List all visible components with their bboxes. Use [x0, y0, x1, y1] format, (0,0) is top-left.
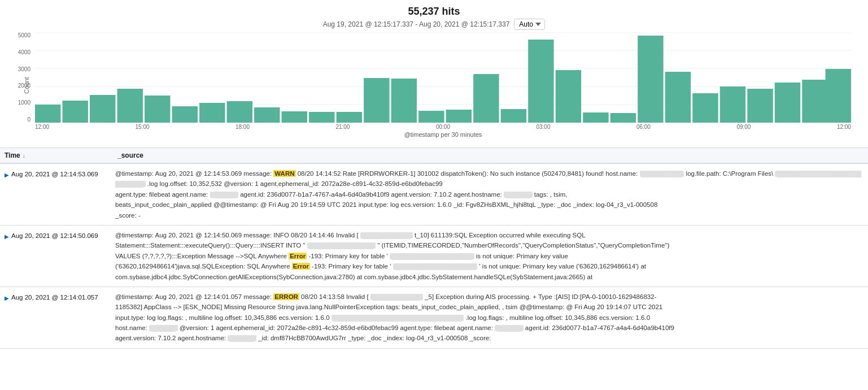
svg-rect-12	[199, 103, 225, 123]
svg-rect-11	[172, 106, 198, 123]
time-column-header[interactable]: Time ↓	[5, 151, 117, 159]
expand-icon-3[interactable]: ▶	[5, 295, 9, 301]
svg-rect-32	[747, 89, 773, 123]
chart-header: 55,237 hits Aug 19, 2021 @ 12:15:17.337 …	[0, 0, 868, 32]
svg-rect-10	[145, 96, 170, 123]
table-header: Time ↓ _source	[0, 148, 868, 164]
svg-rect-23	[501, 109, 526, 123]
time-cell-2: ▶ Aug 20, 2021 @ 12:14:50.069	[0, 226, 113, 287]
svg-rect-13	[227, 101, 252, 123]
source-cell-3: @timestamp: Aug 20, 2021 @ 12:14:01.057 …	[113, 287, 868, 348]
svg-rect-27	[610, 113, 636, 123]
timestamp-2: Aug 20, 2021 @ 12:14:50.069	[11, 232, 98, 239]
time-cell-3: ▶ Aug 20, 2021 @ 12:14:01.057	[0, 287, 113, 348]
svg-rect-20	[418, 111, 444, 123]
svg-rect-25	[556, 70, 581, 123]
x-label-1800: 18:00	[235, 124, 250, 130]
source-column-header: _source	[117, 151, 863, 159]
y-axis-label: Count	[23, 77, 30, 93]
y-tick-4000: 4000	[11, 49, 30, 55]
svg-rect-16	[309, 112, 334, 123]
timestamp-1: Aug 20, 2021 @ 12:14:53.069	[11, 171, 98, 177]
warn-badge-1: WARN	[273, 170, 295, 177]
svg-rect-24	[528, 40, 553, 123]
svg-rect-6	[35, 105, 60, 123]
timestamp-3: Aug 20, 2021 @ 12:14:01.057	[11, 294, 98, 301]
table-row: ▶ Aug 20, 2021 @ 12:14:53.069 @timestamp…	[0, 164, 868, 226]
x-label-1200a: 12:00	[35, 124, 49, 130]
svg-rect-21	[446, 110, 472, 123]
table-row: ▶ Aug 20, 2021 @ 12:14:01.057 @timestamp…	[0, 287, 868, 349]
expand-icon-2[interactable]: ▶	[5, 233, 9, 240]
svg-rect-9	[117, 89, 143, 123]
svg-rect-14	[254, 107, 280, 123]
histogram-chart: 5000 4000 3000 2000 1000 0 Count	[11, 32, 851, 145]
hits-count: 55,237 hits	[0, 6, 868, 18]
source-cell-2: @timestamp: Aug 20, 2021 @ 12:14:50.069 …	[113, 226, 868, 287]
time-cell-1: ▶ Aug 20, 2021 @ 12:14:53.069	[0, 164, 113, 225]
sort-icon: ↓	[23, 153, 25, 159]
x-label-1200b: 12:00	[837, 124, 851, 130]
error-badge-3: ERROR	[273, 293, 299, 300]
x-label-0000: 00:00	[436, 124, 450, 130]
y-tick-5000: 5000	[11, 32, 30, 38]
svg-rect-33	[775, 83, 800, 123]
y-tick-0: 0	[11, 116, 30, 123]
x-label-0300: 03:00	[536, 124, 550, 130]
error-badge-2b: Error	[292, 263, 310, 270]
svg-rect-35	[826, 69, 851, 123]
results-table: Time ↓ _source ▶ Aug 20, 2021 @ 12:14:53…	[0, 148, 868, 349]
error-badge-2a: Error	[289, 253, 307, 259]
y-tick-3000: 3000	[11, 66, 30, 72]
y-tick-1000: 1000	[11, 99, 30, 106]
x-label-2100: 21:00	[335, 124, 350, 130]
svg-rect-31	[720, 86, 745, 123]
svg-rect-34	[802, 80, 827, 123]
expand-icon-1[interactable]: ▶	[5, 172, 9, 178]
svg-rect-19	[391, 79, 417, 123]
svg-rect-7	[63, 101, 88, 123]
svg-rect-8	[90, 95, 115, 123]
svg-rect-18	[364, 78, 389, 123]
svg-rect-28	[638, 36, 663, 123]
svg-rect-17	[337, 112, 362, 123]
x-label-0600: 06:00	[636, 124, 651, 130]
date-range-text: Aug 19, 2021 @ 12:15:17.337 - Aug 20, 20…	[323, 20, 510, 28]
source-cell-1: @timestamp: Aug 20, 2021 @ 12:14:53.069 …	[113, 164, 868, 225]
interval-select[interactable]: Auto	[514, 19, 545, 30]
x-axis-label: @timestamp per 30 minutes	[404, 131, 482, 138]
svg-rect-15	[282, 111, 307, 123]
svg-rect-22	[473, 74, 499, 123]
table-row: ▶ Aug 20, 2021 @ 12:14:50.069 @timestamp…	[0, 226, 868, 287]
bar-chart-svg	[35, 32, 851, 123]
svg-rect-30	[692, 93, 718, 123]
x-label-0900: 09:00	[736, 124, 751, 130]
svg-rect-29	[665, 72, 691, 123]
svg-rect-26	[583, 112, 608, 123]
x-label-1500: 15:00	[135, 124, 149, 130]
